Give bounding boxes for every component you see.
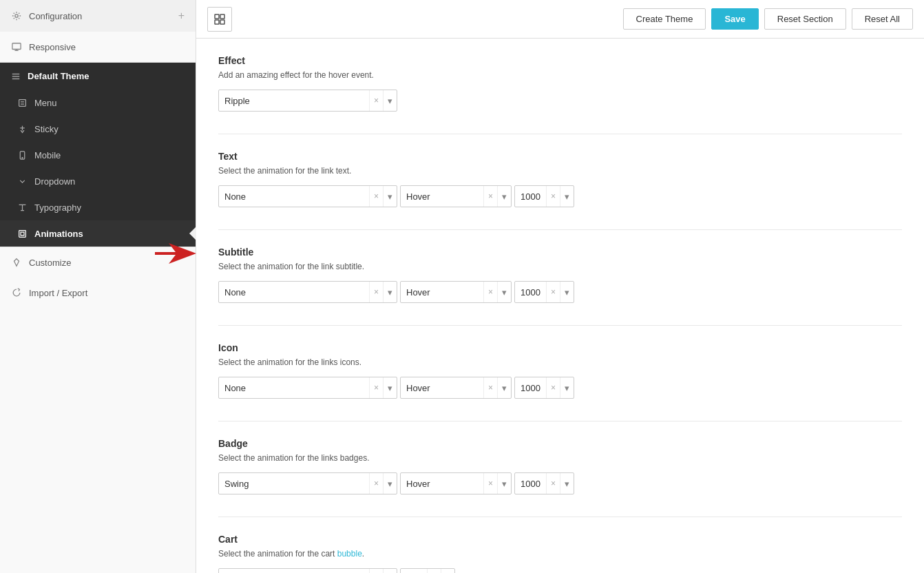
icon-clear-btn[interactable]: × [369,377,383,398]
subtitle-trigger-value: Hover [401,287,483,298]
sidebar-item-customize[interactable]: Customize [0,247,196,278]
badge-select[interactable]: Swing × ▾ [218,472,397,494]
section-cart: Cart Select the animation for the cart b… [218,534,902,573]
sidebar-item-configuration[interactable]: Configuration + [0,0,196,32]
badge-duration-arrow[interactable]: ▾ [560,473,574,494]
badge-duration-clear[interactable]: × [546,473,560,494]
icon-trigger-clear[interactable]: × [483,377,497,398]
icon-controls: None × ▾ Hover × ▾ 1000 × ▾ [218,377,902,399]
subtitle-duration-arrow[interactable]: ▾ [560,282,574,302]
sidebar-item-sticky-label: Sticky [34,124,59,134]
subtitle-clear-btn[interactable]: × [369,282,383,302]
dropdown-icon [17,176,28,187]
subtitle-arrow-btn[interactable]: ▾ [383,282,397,302]
sidebar-item-menu[interactable]: Menu [0,90,196,116]
text-select-value: None [219,191,369,202]
text-trigger-clear[interactable]: × [483,186,497,207]
cart-desc-link[interactable]: bubble [337,549,362,559]
sidebar-theme-header[interactable]: Default Theme [0,63,196,90]
create-theme-button[interactable]: Create Theme [623,8,706,30]
svg-rect-5 [19,99,25,106]
badge-duration-value: 1000 [515,479,546,489]
icon-arrow-btn[interactable]: ▾ [383,377,397,398]
text-trigger-arrow[interactable]: ▾ [497,186,511,207]
sidebar: Configuration + Responsive Default Theme… [0,0,196,573]
badge-duration-box: 1000 × ▾ [514,472,574,494]
subtitle-trigger-clear[interactable]: × [483,282,497,302]
effect-controls: Ripple × ▾ [218,90,902,112]
badge-trigger-arrow[interactable]: ▾ [497,473,511,494]
cart-desc: Select the animation for the cart bubble… [218,548,902,560]
badge-title: Badge [218,438,902,449]
refresh-icon [11,287,22,298]
subtitle-trigger-select[interactable]: Hover × ▾ [400,281,512,303]
cart-clear-btn[interactable]: × [369,569,383,573]
grid-icon-button[interactable] [207,7,232,32]
icon-trigger-arrow[interactable]: ▾ [497,377,511,398]
sidebar-item-responsive[interactable]: Responsive [0,32,196,62]
monitor-icon [11,41,22,52]
sidebar-item-sticky[interactable]: Sticky [0,116,196,142]
sidebar-item-animations[interactable]: Animations [0,220,196,247]
text-arrow-btn[interactable]: ▾ [383,186,397,207]
subtitle-select-value: None [219,287,369,298]
cart-duration-clear[interactable]: × [427,569,441,573]
text-desc: Select the animation for the link text. [218,165,902,177]
icon-duration-arrow[interactable]: ▾ [560,377,574,398]
section-effect: Effect Add an amazing effect for the hov… [218,55,902,112]
sidebar-item-responsive-label: Responsive [29,42,76,52]
content-area: Effect Add an amazing effect for the hov… [196,39,924,573]
text-trigger-value: Hover [401,191,483,202]
badge-clear-btn[interactable]: × [369,473,383,494]
icon-trigger-select[interactable]: Hover × ▾ [400,377,512,399]
sidebar-item-customize-label: Customize [29,258,71,268]
badge-trigger-clear[interactable]: × [483,473,497,494]
icon-select-value: None [219,383,369,393]
save-button[interactable]: Save [711,8,758,30]
sidebar-item-mobile-label: Mobile [34,150,61,160]
effect-select[interactable]: Ripple × ▾ [218,90,397,112]
svg-rect-15 [215,20,219,24]
reset-section-button[interactable]: Reset Section [764,8,846,30]
sidebar-item-typography[interactable]: Typography [0,194,196,220]
badge-arrow-btn[interactable]: ▾ [383,473,397,494]
text-trigger-select[interactable]: Hover × ▾ [400,185,512,207]
text-duration-value: 1000 [515,191,546,202]
menu-sm-icon [17,97,28,108]
typography-icon [17,202,28,213]
animations-icon [17,228,28,239]
svg-point-0 [15,14,18,17]
subtitle-trigger-arrow[interactable]: ▾ [497,282,511,302]
subtitle-select[interactable]: None × ▾ [218,281,397,303]
topbar: Create Theme Save Reset Section Reset Al… [196,0,924,39]
text-duration-arrow[interactable]: ▾ [560,186,574,207]
reset-all-button[interactable]: Reset All [852,8,913,30]
cart-duration-arrow[interactable]: ▾ [441,569,454,573]
icon-duration-clear[interactable]: × [546,377,560,398]
icon-select[interactable]: None × ▾ [218,377,397,399]
badge-trigger-select[interactable]: Hover × ▾ [400,472,512,494]
text-clear-btn[interactable]: × [369,186,383,207]
badge-trigger-value: Hover [401,479,483,489]
effect-select-value: Ripple [219,96,369,106]
cart-arrow-btn[interactable]: ▾ [383,569,397,573]
cart-title: Cart [218,534,902,545]
text-select[interactable]: None × ▾ [218,185,397,207]
sidebar-item-mobile[interactable]: Mobile [0,142,196,168]
badge-controls: Swing × ▾ Hover × ▾ 1000 × ▾ [218,472,902,494]
subtitle-duration-clear[interactable]: × [546,282,560,302]
section-icon: Icon Select the animation for the links … [218,342,902,399]
subtitle-title: Subtitle [218,247,902,258]
sidebar-submenu: Menu Sticky Mobile Dropdown Typography [0,90,196,247]
cart-select[interactable]: Bounce × ▾ [218,568,397,573]
sidebar-item-import-export[interactable]: Import / Export [0,278,196,308]
sidebar-item-animations-label: Animations [34,229,83,239]
sidebar-item-dropdown[interactable]: Dropdown [0,168,196,194]
effect-arrow-btn[interactable]: ▾ [383,90,397,111]
effect-clear-btn[interactable]: × [369,90,383,111]
icon-duration-value: 1000 [515,383,546,393]
text-duration-clear[interactable]: × [546,186,560,207]
subtitle-duration-value: 1000 [515,287,546,298]
sidebar-item-dropdown-label: Dropdown [34,176,75,187]
text-controls: None × ▾ Hover × ▾ 1000 × ▾ [218,185,902,207]
